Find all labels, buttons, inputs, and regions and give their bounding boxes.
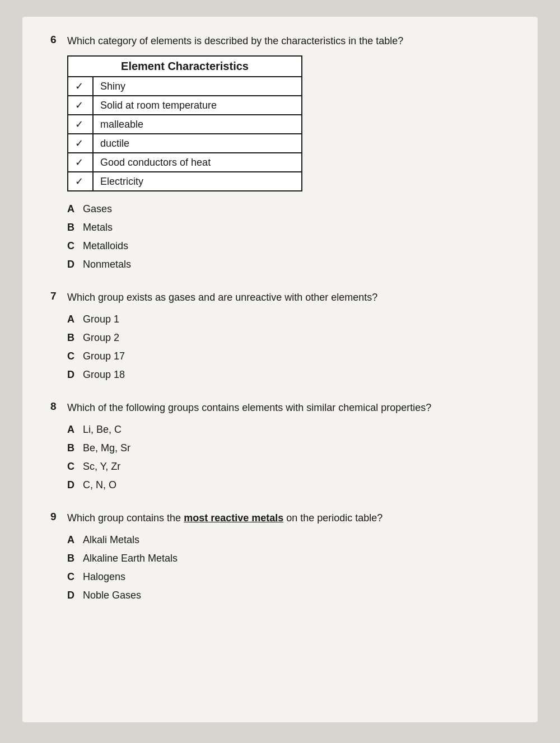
- option-text: Sc, Y, Zr: [83, 459, 120, 474]
- option-8d: D C, N, O: [67, 478, 510, 493]
- option-6a: A Gases: [67, 202, 510, 217]
- table-header: Element Characteristics: [68, 56, 302, 77]
- question-8-header: 8 Which of the following groups contains…: [50, 400, 510, 415]
- option-letter: B: [67, 220, 83, 235]
- option-7c: C Group 17: [67, 349, 510, 364]
- option-letter: A: [67, 202, 83, 217]
- option-text: C, N, O: [83, 478, 116, 493]
- option-text: Nonmetals: [83, 257, 131, 272]
- option-letter: B: [67, 330, 83, 345]
- option-8b: B Be, Mg, Sr: [67, 441, 510, 456]
- check-mark: ✓: [68, 96, 93, 115]
- option-letter: D: [67, 257, 83, 272]
- option-letter: B: [67, 441, 83, 456]
- table-row: ✓ Solid at room temperature: [68, 96, 302, 115]
- option-text: Halogens: [83, 569, 125, 585]
- option-7b: B Group 2: [67, 330, 510, 345]
- question-7: 7 Which group exists as gases and are un…: [50, 290, 510, 382]
- page: 6 Which category of elements is describe…: [22, 17, 538, 722]
- option-text: Group 17: [83, 349, 125, 364]
- check-mark: ✓: [68, 172, 93, 191]
- option-letter: D: [67, 588, 83, 603]
- characteristic-solid: Solid at room temperature: [93, 96, 302, 115]
- characteristic-electricity: Electricity: [93, 172, 302, 191]
- option-9c: C Halogens: [67, 569, 510, 585]
- emphasis-text: most reactive metals: [184, 512, 283, 524]
- table-row: ✓ ductile: [68, 134, 302, 153]
- characteristic-shiny: Shiny: [93, 77, 302, 96]
- option-letter: C: [67, 459, 83, 474]
- option-text: Li, Be, C: [83, 422, 122, 437]
- option-letter: D: [67, 367, 83, 382]
- option-text: Metals: [83, 220, 113, 235]
- option-letter: C: [67, 569, 83, 585]
- table-row: ✓ malleable: [68, 115, 302, 134]
- option-text: Group 18: [83, 367, 125, 382]
- table-row: ✓ Shiny: [68, 77, 302, 96]
- option-7d: D Group 18: [67, 367, 510, 382]
- question-8: 8 Which of the following groups contains…: [50, 400, 510, 493]
- option-text: Group 1: [83, 312, 119, 327]
- question-8-number: 8: [50, 400, 67, 413]
- option-letter: A: [67, 312, 83, 327]
- element-characteristics-table: Element Characteristics ✓ Shiny ✓ Solid …: [67, 55, 302, 191]
- question-7-options: A Group 1 B Group 2 C Group 17 D Group 1…: [67, 312, 510, 382]
- option-text: Metalloids: [83, 239, 128, 254]
- question-7-header: 7 Which group exists as gases and are un…: [50, 290, 510, 305]
- option-text: Group 2: [83, 330, 119, 345]
- question-6-options: A Gases B Metals C Metalloids D Nonmetal…: [67, 202, 510, 272]
- option-letter: C: [67, 239, 83, 254]
- option-letter: C: [67, 349, 83, 364]
- question-6: 6 Which category of elements is describe…: [50, 34, 510, 272]
- option-letter: A: [67, 422, 83, 437]
- option-8c: C Sc, Y, Zr: [67, 459, 510, 474]
- question-7-number: 7: [50, 290, 67, 302]
- check-mark: ✓: [68, 77, 93, 96]
- question-9-text: Which group contains the most reactive m…: [67, 511, 510, 526]
- option-8a: A Li, Be, C: [67, 422, 510, 437]
- question-9-header: 9 Which group contains the most reactive…: [50, 511, 510, 526]
- option-letter: B: [67, 551, 83, 566]
- option-9b: B Alkaline Earth Metals: [67, 551, 510, 566]
- option-letter: A: [67, 532, 83, 548]
- option-6b: B Metals: [67, 220, 510, 235]
- question-8-options: A Li, Be, C B Be, Mg, Sr C Sc, Y, Zr D C…: [67, 422, 510, 493]
- question-8-text: Which of the following groups contains e…: [67, 400, 510, 415]
- table-row: ✓ Good conductors of heat: [68, 153, 302, 172]
- characteristic-malleable: malleable: [93, 115, 302, 134]
- question-7-text: Which group exists as gases and are unre…: [67, 290, 510, 305]
- table-row: ✓ Electricity: [68, 172, 302, 191]
- option-9a: A Alkali Metals: [67, 532, 510, 548]
- option-letter: D: [67, 478, 83, 493]
- option-7a: A Group 1: [67, 312, 510, 327]
- characteristic-ductile: ductile: [93, 134, 302, 153]
- option-6c: C Metalloids: [67, 239, 510, 254]
- question-9-options: A Alkali Metals B Alkaline Earth Metals …: [67, 532, 510, 603]
- option-text: Alkaline Earth Metals: [83, 551, 178, 566]
- option-text: Be, Mg, Sr: [83, 441, 130, 456]
- option-9d: D Noble Gases: [67, 588, 510, 603]
- question-9: 9 Which group contains the most reactive…: [50, 511, 510, 603]
- option-text: Noble Gases: [83, 588, 141, 603]
- characteristic-conductors: Good conductors of heat: [93, 153, 302, 172]
- check-mark: ✓: [68, 153, 93, 172]
- option-text: Gases: [83, 202, 112, 217]
- question-6-header: 6 Which category of elements is describe…: [50, 34, 510, 49]
- option-text: Alkali Metals: [83, 532, 139, 548]
- question-9-number: 9: [50, 511, 67, 523]
- check-mark: ✓: [68, 134, 93, 153]
- question-6-number: 6: [50, 34, 67, 46]
- question-6-text: Which category of elements is described …: [67, 34, 510, 49]
- option-6d: D Nonmetals: [67, 257, 510, 272]
- check-mark: ✓: [68, 115, 93, 134]
